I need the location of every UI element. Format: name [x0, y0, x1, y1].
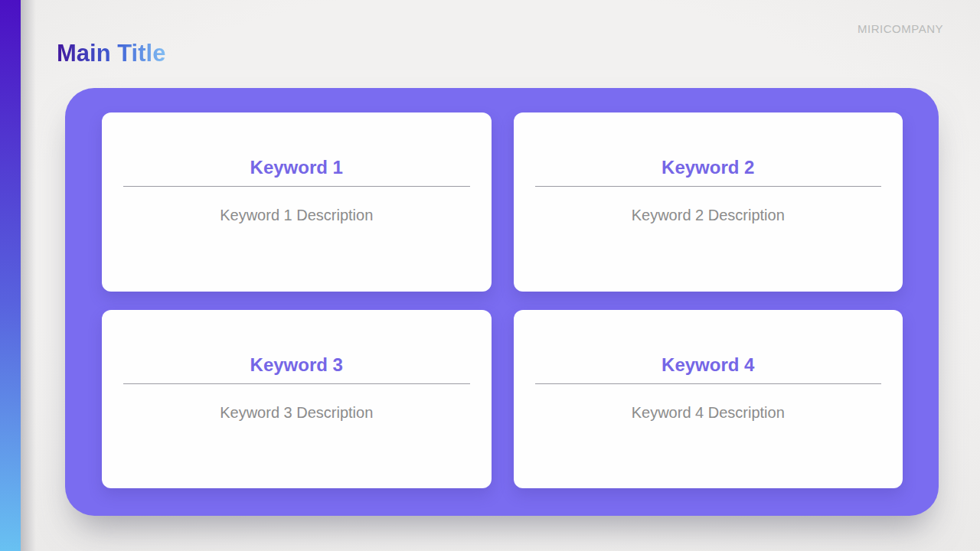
page-title: Main Title	[57, 40, 165, 67]
sidebar-accent-bar	[0, 0, 21, 551]
company-name: MIRICOMPANY	[858, 22, 943, 35]
card-description: Keyword 4 Description	[632, 403, 785, 422]
card-description: Keyword 3 Description	[220, 403, 373, 422]
card-title: Keyword 1	[250, 156, 343, 179]
card-title: Keyword 2	[662, 156, 754, 179]
keyword-card-1: Keyword 1 Keyword 1 Description	[102, 112, 492, 292]
card-description: Keyword 2 Description	[632, 205, 785, 225]
keyword-card-4: Keyword 4 Keyword 4 Description	[514, 310, 903, 489]
card-divider	[123, 383, 470, 384]
card-title: Keyword 3	[250, 354, 343, 377]
card-divider	[123, 186, 470, 187]
keyword-card-2: Keyword 2 Keyword 2 Description	[514, 112, 903, 292]
card-description: Keyword 1 Description	[220, 205, 373, 225]
card-divider	[535, 186, 882, 187]
keyword-card-3: Keyword 3 Keyword 3 Description	[102, 310, 492, 489]
sidebar-shadow	[21, 0, 36, 551]
content-panel: Keyword 1 Keyword 1 Description Keyword …	[65, 88, 939, 516]
card-title: Keyword 4	[662, 354, 754, 377]
card-divider	[535, 383, 882, 384]
